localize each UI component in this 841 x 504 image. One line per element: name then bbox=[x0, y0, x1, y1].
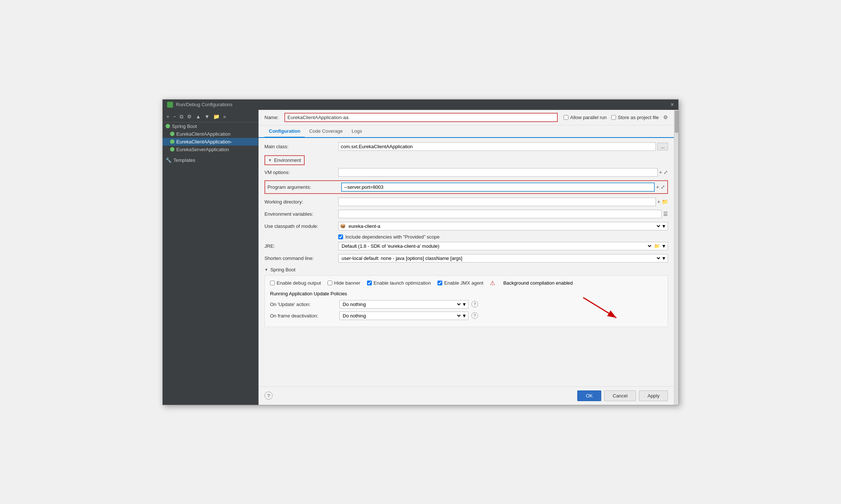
vm-options-label: VM options: bbox=[264, 170, 338, 175]
main-class-label: Main class: bbox=[264, 144, 338, 149]
working-dir-row: Working directory: + 📁 bbox=[264, 198, 668, 206]
title-bar-left: Run/Debug Configurations bbox=[167, 102, 232, 108]
tree-item-eureka-server[interactable]: EurekaServerApplication bbox=[163, 146, 258, 153]
shorten-cmd-arrow: ▼ bbox=[661, 256, 666, 261]
tab-configuration[interactable]: Configuration bbox=[264, 125, 305, 138]
working-dir-add-button[interactable]: + bbox=[657, 199, 660, 205]
tab-code-coverage[interactable]: Code Coverage bbox=[305, 125, 347, 138]
ok-button[interactable]: OK bbox=[577, 390, 601, 401]
allow-parallel-run-checkbox[interactable] bbox=[564, 115, 568, 120]
program-args-expand-button[interactable]: ⤢ bbox=[661, 184, 665, 190]
copy-config-button[interactable]: ⧉ bbox=[178, 113, 185, 121]
enable-launch-checkbox[interactable] bbox=[367, 281, 372, 285]
env-vars-browse-button[interactable]: ☰ bbox=[663, 211, 668, 217]
include-dependencies-checkbox[interactable] bbox=[338, 234, 343, 239]
enable-debug-checkbox[interactable] bbox=[270, 281, 275, 285]
vm-options-row: VM options: + ⤢ bbox=[264, 168, 668, 177]
tree-item-eureka-a[interactable]: EurekaClientAApplication bbox=[163, 130, 258, 138]
scrollbar[interactable] bbox=[674, 110, 678, 405]
working-dir-label: Working directory: bbox=[264, 199, 338, 205]
enable-launch-text: Enable launch optimization bbox=[374, 280, 431, 286]
on-frame-row: On frame deactivation: Do nothing Update… bbox=[270, 312, 662, 320]
settings-config-button[interactable]: ⚙ bbox=[186, 113, 193, 120]
jre-select[interactable]: Default (1.8 - SDK of 'eureka-client-a' … bbox=[340, 243, 653, 249]
allow-parallel-run-checkbox-label: Allow parallel run bbox=[564, 115, 607, 120]
folder-button[interactable]: 📁 bbox=[212, 113, 221, 120]
on-update-select[interactable]: Do nothing Update classes and resources … bbox=[341, 301, 462, 307]
working-dir-folder-button[interactable]: 📁 bbox=[662, 199, 668, 205]
classpath-select[interactable]: eureka-client-a bbox=[347, 223, 661, 229]
env-arrow: ▼ bbox=[268, 158, 272, 162]
spring-icon-2 bbox=[170, 139, 174, 144]
help-bottom-icon[interactable]: ? bbox=[264, 392, 273, 400]
main-class-row: Main class: ... bbox=[264, 142, 668, 151]
store-settings-button[interactable]: ⚙ bbox=[663, 114, 668, 120]
name-label: Name: bbox=[264, 115, 278, 120]
name-input[interactable] bbox=[284, 113, 557, 122]
tabs-bar: Configuration Code Coverage Logs bbox=[259, 125, 674, 138]
templates-label: Templates bbox=[173, 157, 195, 163]
remove-config-button[interactable]: − bbox=[172, 113, 177, 120]
background-compilation-text: Background compilation enabled bbox=[503, 280, 573, 286]
enable-debug-text: Enable debug output bbox=[277, 280, 321, 286]
jre-dropdown-wrapper: Default (1.8 - SDK of 'eureka-client-a' … bbox=[338, 242, 668, 250]
scroll-thumb bbox=[675, 111, 678, 133]
add-config-button[interactable]: + bbox=[165, 113, 171, 120]
allow-parallel-run-label: Allow parallel run bbox=[570, 115, 607, 120]
spring-boot-checkboxes: Enable debug output Hide banner Enable l… bbox=[270, 279, 662, 286]
cancel-button[interactable]: Cancel bbox=[604, 390, 636, 401]
on-frame-help-icon[interactable]: ? bbox=[471, 312, 478, 319]
vm-options-add-button[interactable]: + bbox=[659, 169, 662, 175]
env-vars-input[interactable] bbox=[338, 210, 662, 218]
enable-jmx-checkbox[interactable] bbox=[437, 281, 442, 285]
main-class-field: ... bbox=[338, 142, 668, 151]
tab-logs[interactable]: Logs bbox=[347, 125, 366, 138]
dialog-body: + − ⧉ ⚙ ▲ ▼ 📁 » Spring Boot EurekaClient… bbox=[163, 110, 678, 405]
classpath-label: Use classpath of module: bbox=[264, 223, 338, 229]
on-frame-select[interactable]: Do nothing Update classes and resources … bbox=[341, 313, 462, 319]
hide-banner-checkbox[interactable] bbox=[328, 281, 332, 285]
close-button[interactable]: × bbox=[671, 102, 674, 108]
top-bar: Name: Allow parallel run Store as projec… bbox=[259, 110, 674, 125]
tree-group-spring-boot[interactable]: Spring Boot bbox=[163, 122, 258, 130]
title-bar: Run/Debug Configurations × bbox=[163, 100, 678, 110]
enable-launch-label: Enable launch optimization bbox=[367, 280, 431, 286]
run-debug-dialog: Run/Debug Configurations × + − ⧉ ⚙ ▲ ▼ 📁… bbox=[162, 99, 679, 405]
tree-group-label: Spring Boot bbox=[172, 124, 197, 129]
program-args-input[interactable] bbox=[341, 183, 655, 192]
move-down-button[interactable]: ▼ bbox=[203, 113, 211, 120]
shorten-cmd-select[interactable]: user-local default: none - java [options… bbox=[340, 255, 661, 261]
enable-debug-label: Enable debug output bbox=[270, 280, 321, 286]
shorten-cmd-dropdown-wrapper: user-local default: none - java [options… bbox=[338, 254, 668, 263]
on-update-help-icon[interactable]: ? bbox=[471, 301, 478, 307]
classpath-dropdown-arrow: ▼ bbox=[661, 223, 666, 229]
environment-label: Environment bbox=[274, 157, 301, 163]
program-args-row: Program arguments: + ⤢ bbox=[264, 180, 668, 194]
error-icon: ⚠ bbox=[490, 279, 495, 286]
spring-boot-section-label: Spring Boot bbox=[270, 267, 295, 272]
vm-options-expand-button[interactable]: ⤢ bbox=[664, 169, 668, 175]
apply-button[interactable]: Apply bbox=[639, 390, 668, 401]
vm-options-field: + ⤢ bbox=[338, 168, 668, 177]
dialog-icon bbox=[167, 102, 173, 108]
main-class-input[interactable] bbox=[338, 142, 656, 151]
store-project-file-checkbox[interactable] bbox=[611, 115, 616, 120]
on-update-row: On 'Update' action: Do nothing Update cl… bbox=[270, 300, 662, 309]
tree-templates[interactable]: 🔧 Templates bbox=[163, 156, 258, 164]
vm-options-input[interactable] bbox=[338, 168, 658, 177]
move-up-button[interactable]: ▲ bbox=[194, 113, 202, 120]
working-dir-input[interactable] bbox=[338, 198, 656, 206]
hide-banner-text: Hide banner bbox=[334, 280, 360, 286]
on-update-arrow: ▼ bbox=[462, 302, 467, 307]
on-frame-label: On frame deactivation: bbox=[270, 313, 336, 319]
program-args-add-button[interactable]: + bbox=[656, 184, 659, 190]
spring-icon-1 bbox=[170, 132, 174, 136]
more-button[interactable]: » bbox=[222, 113, 228, 120]
wrench-icon: 🔧 bbox=[166, 157, 172, 163]
shorten-cmd-label: Shorten command line: bbox=[264, 256, 338, 261]
tree-item-eureka-aa[interactable]: EurekaClientAApplication- bbox=[163, 138, 258, 146]
hide-banner-label: Hide banner bbox=[328, 280, 360, 286]
main-class-browse-button[interactable]: ... bbox=[657, 143, 668, 150]
program-args-label: Program arguments: bbox=[267, 184, 341, 190]
on-frame-arrow: ▼ bbox=[462, 313, 467, 319]
